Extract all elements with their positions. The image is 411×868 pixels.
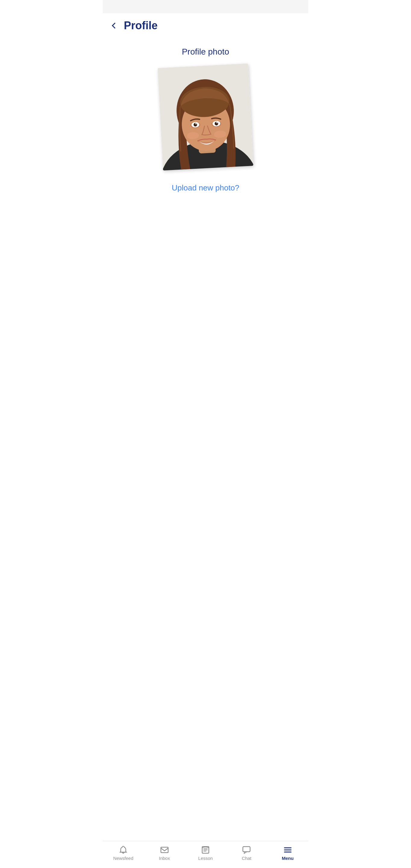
page-title: Profile [124,19,158,32]
back-button[interactable] [109,20,121,32]
back-chevron-icon [112,23,118,29]
profile-photo-container [160,66,251,168]
upload-photo-link[interactable]: Upload new photo? [172,183,239,193]
status-bar [103,0,308,13]
header: Profile [103,13,308,38]
content-area: Profile photo [103,38,308,202]
content-spacer [103,202,308,232]
profile-photo [158,63,253,170]
profile-photo-heading: Profile photo [182,47,229,57]
